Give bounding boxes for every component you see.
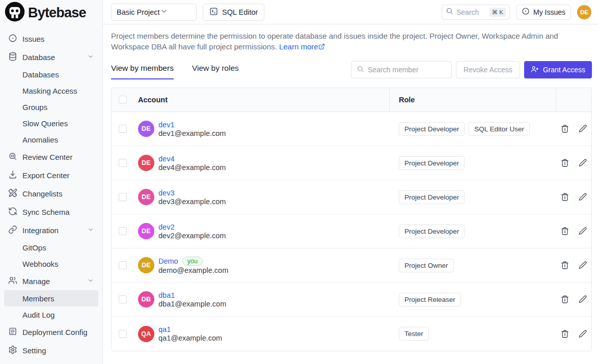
export-center-icon [8, 170, 17, 181]
select-all-checkbox[interactable] [119, 96, 127, 104]
avatar: DE [138, 257, 154, 273]
table-row: DE dev3 dev3@example.com Project Develop… [112, 180, 591, 214]
member-name-link[interactable]: qa1 [158, 325, 222, 333]
page-description: Project members determine the permission… [111, 31, 587, 52]
search-shortcut-kbd: ⌘ K [490, 8, 506, 17]
revoke-access-button[interactable]: Revoke Access [456, 61, 520, 78]
members-table: Account Role DE dev1 dev1@example.com Pr… [111, 88, 592, 351]
sidebar-item-slow-queries[interactable]: Slow Queries [4, 115, 98, 131]
user-avatar[interactable]: DE [577, 5, 591, 19]
edit-member-button[interactable] [578, 124, 587, 133]
member-email: qa1@example.com [158, 334, 222, 342]
tab-view-by-roles[interactable]: View by roles [192, 64, 239, 79]
row-checkbox[interactable] [119, 227, 127, 235]
delete-member-button[interactable] [560, 192, 569, 202]
global-search-input[interactable]: Search ⌘ K [442, 5, 510, 20]
sidebar-item-database[interactable]: Database [4, 48, 98, 66]
role-badge: SQL Editor User [469, 122, 530, 136]
row-checkbox[interactable] [119, 261, 127, 269]
chevron-down-icon[interactable] [87, 277, 94, 286]
edit-member-button[interactable] [578, 261, 587, 270]
row-checkbox[interactable] [119, 159, 127, 167]
member-roles: Project Releaser [390, 293, 556, 306]
external-link-icon [318, 42, 325, 52]
sidebar-item-webhooks[interactable]: Webhooks [4, 256, 98, 272]
project-select[interactable]: Basic Project [111, 4, 197, 21]
sidebar-item-audit-log[interactable]: Audit Log [4, 306, 98, 323]
sidebar-item-label: Issues [22, 35, 44, 43]
sidebar-item-sync-schema[interactable]: Sync Schema [4, 203, 98, 221]
row-checkbox[interactable] [119, 193, 127, 201]
sidebar-item-review-center[interactable]: Review Center [4, 148, 98, 166]
edit-member-button[interactable] [578, 192, 587, 202]
chevron-down-icon[interactable] [87, 226, 94, 235]
delete-member-button[interactable] [560, 158, 569, 167]
sidebar: Bytebase Issues Database Databases Maski… [0, 0, 103, 364]
edit-member-button[interactable] [578, 227, 587, 236]
learn-more-link[interactable]: Learn more [279, 42, 318, 51]
sidebar-item-databases[interactable]: Databases [4, 66, 98, 82]
sidebar-item-setting[interactable]: Setting [4, 341, 98, 359]
sidebar-item-manage[interactable]: Manage [4, 272, 98, 290]
role-badge: Project Developer [399, 190, 465, 204]
member-roles: Project Developer [390, 190, 556, 204]
sidebar-item-gitops[interactable]: GitOps [4, 239, 98, 256]
member-name-link[interactable]: dev2 [158, 223, 226, 231]
sidebar-item-masking-access[interactable]: Masking Access [4, 82, 98, 99]
sidebar-item-groups[interactable]: Groups [4, 99, 98, 115]
table-row: DB dba1 dba1@example.com Project Release… [112, 283, 591, 317]
app-window: Bytebase Issues Database Databases Maski… [0, 0, 598, 364]
avatar: DE [138, 189, 154, 205]
bytebase-logo-icon [4, 1, 25, 24]
delete-member-button[interactable] [560, 227, 569, 236]
member-roles: Project Developer [390, 225, 556, 238]
role-badge: Project Developer [399, 122, 465, 136]
sidebar-item-members[interactable]: Members [4, 290, 98, 306]
edit-member-button[interactable] [578, 329, 587, 339]
grant-access-button[interactable]: Grant Access [524, 61, 592, 78]
edit-member-button[interactable] [578, 295, 587, 304]
changelists-icon [8, 188, 17, 199]
my-issues-button[interactable]: My Issues [516, 5, 571, 20]
delete-member-button[interactable] [560, 329, 569, 339]
avatar: DE [138, 121, 154, 137]
sidebar-item-issues[interactable]: Issues [4, 30, 98, 48]
edit-member-button[interactable] [578, 158, 587, 167]
brand-logo[interactable]: Bytebase [0, 0, 102, 24]
avatar: DB [138, 291, 154, 307]
sidebar-item-export-center[interactable]: Export Center [4, 166, 98, 184]
member-name-link[interactable]: dev1 [158, 121, 226, 129]
you-badge: you [182, 257, 203, 266]
sql-editor-button[interactable]: SQL Editor [203, 4, 264, 21]
tab-view-by-members[interactable]: View by members [111, 64, 174, 79]
avatar: QA [138, 326, 154, 342]
table-row: DE dev1 dev1@example.com Project Develop… [112, 112, 591, 146]
avatar: DE [138, 155, 154, 171]
member-name-link[interactable]: Demoyou [158, 257, 228, 266]
member-roles: Tester [390, 327, 556, 341]
sidebar-item-anomalies[interactable]: Anomalies [4, 131, 98, 148]
row-checkbox[interactable] [119, 125, 127, 133]
sidebar-item-deployment-config[interactable]: Deployment Config [4, 323, 98, 341]
member-name-link[interactable]: dba1 [158, 291, 226, 299]
member-email: demo@example.com [158, 266, 228, 274]
delete-member-button[interactable] [560, 295, 569, 304]
table-header: Account Role [112, 88, 591, 112]
row-checkbox[interactable] [119, 330, 127, 338]
sidebar-item-integration[interactable]: Integration [4, 221, 98, 239]
members-page: Project members determine the permission… [103, 24, 598, 364]
member-name-link[interactable]: dev4 [158, 155, 226, 163]
delete-member-button[interactable] [560, 124, 569, 133]
member-email: dev1@example.com [158, 129, 226, 137]
row-checkbox[interactable] [119, 295, 127, 303]
chevron-down-icon[interactable] [87, 53, 94, 62]
role-badge: Project Owner [399, 259, 454, 272]
sidebar-item-changelists[interactable]: Changelists [4, 184, 98, 203]
delete-member-button[interactable] [560, 261, 569, 270]
column-header-account: Account [138, 88, 390, 111]
manage-icon [8, 276, 17, 287]
member-email: dev3@example.com [158, 198, 226, 206]
member-search-input[interactable]: Search member [351, 61, 452, 78]
member-roles: Project Owner [390, 259, 556, 272]
member-name-link[interactable]: dev3 [158, 189, 226, 197]
